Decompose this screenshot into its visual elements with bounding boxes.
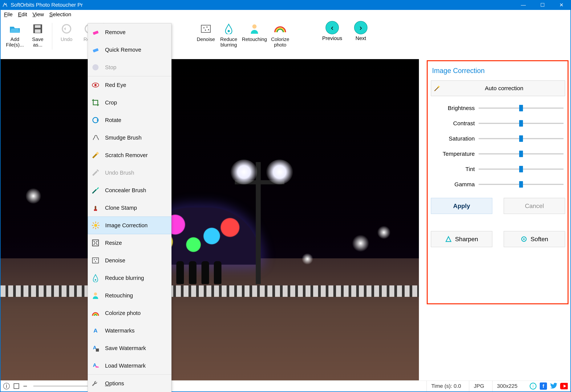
rotate-icon bbox=[90, 115, 100, 125]
next-button[interactable]: › Next bbox=[349, 21, 372, 41]
slider-brightness[interactable] bbox=[479, 108, 564, 109]
menu-item-rotate[interactable]: Rotate bbox=[88, 111, 171, 129]
youtube-icon[interactable] bbox=[560, 382, 568, 390]
canvas-area[interactable] bbox=[0, 59, 426, 380]
slider-temperature[interactable] bbox=[479, 153, 564, 154]
menu-item-label: Watermarks bbox=[105, 328, 135, 334]
status-time: Time (s): 0.0 bbox=[427, 381, 466, 392]
menu-item-denoise[interactable]: Denoise bbox=[88, 252, 171, 269]
menu-item-label: Stop bbox=[105, 64, 116, 71]
menu-item-options[interactable]: Options bbox=[88, 375, 171, 392]
maximize-button[interactable]: ☐ bbox=[533, 0, 552, 10]
menu-file[interactable]: File bbox=[4, 12, 13, 17]
menu-item-red-eye[interactable]: Red Eye bbox=[88, 76, 171, 94]
menu-item-label: Load Watermark bbox=[105, 363, 146, 369]
slider-gamma[interactable] bbox=[479, 184, 564, 185]
info-icon[interactable]: i bbox=[3, 383, 10, 389]
sharpen-button[interactable]: Sharpen bbox=[431, 231, 492, 247]
wm-a-icon: A bbox=[90, 326, 100, 335]
colorize-button[interactable]: Colorizephoto bbox=[270, 21, 291, 47]
undo-button[interactable]: Undo bbox=[56, 21, 77, 42]
svg-text:i: i bbox=[533, 384, 534, 388]
menu-item-crop[interactable]: Crop bbox=[88, 94, 171, 111]
menu-view[interactable]: View bbox=[32, 12, 44, 17]
slider-thumb[interactable] bbox=[519, 135, 523, 142]
slider-saturation[interactable] bbox=[479, 138, 564, 139]
add-files-button[interactable]: Add File(s)... bbox=[4, 21, 25, 47]
slider-label-saturation: Saturation bbox=[431, 135, 475, 142]
menu-item-watermarks[interactable]: AWatermarks bbox=[88, 322, 171, 339]
menu-item-clone-stamp[interactable]: Clone Stamp bbox=[88, 199, 171, 217]
svg-rect-37 bbox=[96, 348, 99, 352]
menu-item-label: Concealer Brush bbox=[105, 187, 146, 193]
twitter-icon[interactable] bbox=[550, 382, 557, 390]
menu-item-scratch-remover[interactable]: Scratch Remover bbox=[88, 146, 171, 164]
svg-point-30 bbox=[94, 259, 95, 260]
svg-point-14 bbox=[92, 64, 99, 70]
menu-item-resize[interactable]: Resize bbox=[88, 234, 171, 252]
menu-item-smudge-brush[interactable]: Smudge Brush bbox=[88, 129, 171, 146]
menu-item-label: Retouching bbox=[105, 292, 133, 299]
slider-row-contrast: Contrast bbox=[431, 120, 564, 127]
menu-item-save-watermark[interactable]: ASave Watermark bbox=[88, 339, 171, 357]
zoom-out-button[interactable]: − bbox=[23, 382, 27, 390]
svg-point-7 bbox=[206, 27, 208, 28]
menu-item-undo-brush: Undo Brush bbox=[88, 164, 171, 182]
slider-thumb[interactable] bbox=[519, 166, 523, 172]
menu-item-concealer-brush[interactable]: Concealer Brush bbox=[88, 182, 171, 199]
window-controls: ― ☐ ✕ bbox=[514, 0, 571, 10]
retouching-button[interactable]: Retouching bbox=[241, 21, 268, 47]
menu-item-reduce-blurring[interactable]: Reduce blurring bbox=[88, 269, 171, 287]
menu-item-colorize-photo[interactable]: Colorize photo bbox=[88, 304, 171, 322]
slider-thumb[interactable] bbox=[519, 105, 523, 111]
facebook-icon[interactable]: f bbox=[540, 382, 547, 390]
sun-icon bbox=[91, 220, 101, 230]
svg-text:f: f bbox=[542, 383, 544, 389]
menu-item-quick-remove[interactable]: Quick Remove bbox=[88, 41, 171, 58]
close-button[interactable]: ✕ bbox=[552, 0, 571, 10]
denoise-button[interactable]: Denoise bbox=[195, 21, 216, 47]
menu-item-label: Remove bbox=[105, 29, 126, 35]
minimize-button[interactable]: ― bbox=[514, 0, 533, 10]
slider-contrast[interactable] bbox=[479, 123, 564, 124]
previous-button[interactable]: ‹ Previous bbox=[321, 21, 344, 41]
sliders-group: Brightness Contrast Saturation Temperatu… bbox=[431, 105, 565, 188]
slider-row-brightness: Brightness bbox=[431, 105, 564, 111]
rainbow-icon bbox=[273, 22, 287, 35]
menu-edit[interactable]: Edit bbox=[18, 12, 27, 17]
apply-button[interactable]: Apply bbox=[431, 198, 492, 214]
fit-screen-icon[interactable] bbox=[13, 383, 20, 389]
svg-line-27 bbox=[93, 227, 94, 228]
wm-load-icon: A bbox=[90, 361, 100, 371]
info-circle-icon[interactable]: i bbox=[529, 382, 537, 390]
slider-thumb[interactable] bbox=[519, 120, 523, 127]
auto-correction-button[interactable]: Auto correction bbox=[431, 80, 565, 96]
svg-rect-2 bbox=[35, 29, 41, 33]
window-title: SoftOrbits Photo Retoucher Pr bbox=[10, 2, 514, 8]
svg-point-3 bbox=[62, 25, 71, 33]
save-as-button[interactable]: Save as... bbox=[27, 21, 48, 47]
concealer-icon bbox=[90, 185, 100, 195]
slider-tint[interactable] bbox=[479, 169, 564, 170]
svg-rect-5 bbox=[201, 25, 210, 32]
menubar: File Edit View Selection bbox=[0, 10, 571, 19]
tools-dropdown-menu: RemoveQuick RemoveStopRed EyeCropRotateS… bbox=[88, 23, 171, 392]
menu-selection[interactable]: Selection bbox=[49, 12, 71, 17]
menu-item-retouching[interactable]: Retouching bbox=[88, 287, 171, 304]
svg-point-6 bbox=[203, 27, 204, 29]
person-icon bbox=[90, 290, 100, 301]
sharpen-icon bbox=[445, 236, 452, 242]
menu-item-image-correction[interactable]: Image Correction bbox=[88, 217, 171, 234]
cancel-button[interactable]: Cancel bbox=[504, 198, 565, 214]
menu-item-remove[interactable]: Remove bbox=[88, 23, 171, 41]
menu-item-load-watermark[interactable]: ALoad Watermark bbox=[88, 357, 171, 375]
undo-label: Undo bbox=[61, 37, 72, 42]
chevron-right-icon: › bbox=[354, 21, 368, 34]
slider-thumb[interactable] bbox=[519, 151, 523, 157]
undo-icon bbox=[60, 22, 73, 35]
soften-button[interactable]: Soften bbox=[504, 231, 565, 247]
slider-thumb[interactable] bbox=[519, 181, 523, 188]
soften-icon bbox=[521, 236, 527, 242]
eraser-pink-icon bbox=[90, 27, 100, 37]
reduce-blurring-button[interactable]: Reduceblurring bbox=[218, 21, 239, 47]
